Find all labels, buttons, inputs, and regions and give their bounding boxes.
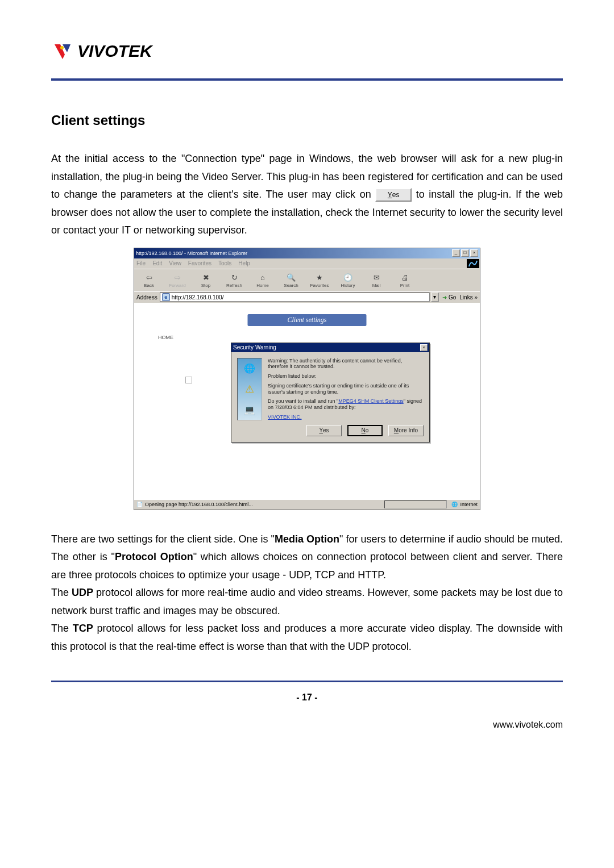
close-icon[interactable]: ×	[470, 249, 478, 257]
back-icon: ⇦	[144, 273, 154, 283]
logo-mark-icon	[51, 40, 74, 62]
dialog-cert: Signing certificate's starting or ending…	[268, 383, 424, 395]
dialog-text: Warning: The authenticity of this conten…	[268, 358, 424, 436]
tcp-bold: TCP	[73, 623, 93, 634]
dialog-install: Do you want to install and run "MPEG4 SH…	[268, 398, 424, 411]
ie-throbber-icon	[467, 259, 479, 268]
search-icon: 🔍	[286, 273, 296, 283]
protocol-option-bold: Protocol Option	[115, 551, 193, 562]
go-button[interactable]: ➜Go	[442, 294, 456, 301]
forward-icon: ⇨	[172, 273, 182, 283]
address-dropdown-icon[interactable]: ▾	[431, 293, 439, 302]
history-button[interactable]: 🕘History	[337, 273, 359, 288]
paragraph-options: There are two settings for the client si…	[51, 531, 563, 585]
favorites-button[interactable]: ★Favorites	[308, 273, 331, 288]
refresh-icon: ↻	[229, 273, 239, 283]
back-button[interactable]: ⇦Back	[138, 273, 160, 288]
dialog-close-icon[interactable]: ×	[420, 344, 428, 351]
dialog-problem: Problem listed below:	[268, 373, 424, 379]
footer-rule	[51, 681, 563, 682]
logo: VIVOTEK	[51, 40, 563, 62]
menu-edit[interactable]: Edit	[152, 260, 162, 266]
go-icon: ➜	[442, 294, 447, 301]
media-option-bold: Media Option	[275, 533, 339, 545]
dialog-graphic: 🌐 ⚠ 💻	[237, 358, 262, 420]
logo-text: VIVOTEK	[77, 41, 152, 61]
mail-icon: ✉	[371, 273, 381, 283]
history-icon: 🕘	[343, 273, 353, 283]
home-button[interactable]: ⌂Home	[251, 273, 274, 288]
menu-file[interactable]: File	[136, 260, 146, 266]
menu-view[interactable]: View	[169, 260, 181, 266]
computer-icon: 💻	[244, 404, 255, 415]
maximize-icon[interactable]: □	[461, 249, 469, 257]
menu-tools[interactable]: Tools	[218, 260, 231, 266]
forward-button: ⇨Forward	[166, 273, 189, 288]
paragraph-udp: The UDP protocol allows for more real-ti…	[51, 584, 563, 620]
dialog-yes-button[interactable]: Yes	[306, 425, 342, 436]
yes-button-rest: es	[392, 189, 400, 201]
intro-paragraph: At the initial access to the "Connection…	[51, 150, 563, 240]
dialog-vendor-link[interactable]: VIVOTEK INC.	[268, 414, 302, 420]
menu-help[interactable]: Help	[238, 260, 250, 266]
dialog-warning: Warning: The authenticity of this conten…	[268, 358, 424, 370]
print-button[interactable]: 🖨Print	[393, 273, 416, 288]
dialog-more-button[interactable]: More Info	[388, 425, 424, 436]
search-button[interactable]: 🔍Search	[280, 273, 302, 288]
minimize-icon[interactable]: _	[452, 249, 460, 257]
dialog-titlebar: Security Warning ×	[231, 343, 429, 352]
ie-viewport: Client settings HOME Security Warning × …	[134, 303, 480, 499]
status-zone: Internet	[460, 502, 478, 507]
ie-titlebar: http://192.168.0.100/ - Microsoft Intern…	[134, 248, 480, 258]
ie-page-icon: e	[162, 293, 170, 301]
warning-icon: ⚠	[245, 383, 254, 395]
refresh-button[interactable]: ↻Refresh	[223, 273, 246, 288]
address-label: Address	[136, 294, 157, 301]
client-settings-banner: Client settings	[248, 314, 367, 326]
security-warning-dialog: Security Warning × 🌐 ⚠ 💻 Warning: The au…	[231, 343, 430, 443]
dialog-no-button[interactable]: No	[347, 425, 383, 436]
menu-favorites[interactable]: Favorites	[188, 260, 211, 266]
stop-button[interactable]: ✖Stop	[194, 273, 217, 288]
status-page-icon: 📄	[136, 502, 143, 507]
print-icon: 🖨	[400, 273, 410, 283]
stop-icon: ✖	[201, 273, 211, 283]
status-text: Opening page http://192.168.0.100/client…	[145, 502, 253, 507]
section-title: Client settings	[51, 112, 563, 128]
ie-screenshot: http://192.168.0.100/ - Microsoft Intern…	[134, 248, 480, 510]
address-input[interactable]: e http://192.168.0.100/	[160, 293, 430, 302]
placeholder-box	[185, 377, 192, 383]
svg-point-0	[60, 46, 64, 49]
favorites-icon: ★	[314, 273, 325, 283]
dialog-title: Security Warning	[233, 344, 276, 350]
udp-bold: UDP	[72, 587, 93, 598]
globe-icon: 🌐	[244, 363, 255, 374]
home-icon: ⌂	[258, 273, 268, 283]
ie-address-bar: Address e http://192.168.0.100/ ▾ ➜Go Li…	[134, 291, 480, 303]
ie-menubar: File Edit View Favorites Tools Help	[134, 258, 480, 269]
links-label[interactable]: Links »	[459, 294, 478, 301]
ie-window-title: http://192.168.0.100/ - Microsoft Intern…	[136, 251, 247, 256]
address-value: http://192.168.0.100/	[172, 294, 224, 301]
status-progress	[384, 500, 447, 508]
yes-button-inline[interactable]: Yes	[375, 188, 412, 202]
header-rule	[51, 78, 563, 81]
ie-status-bar: 📄 Opening page http://192.168.0.100/clie…	[134, 499, 480, 510]
paragraph-tcp: The TCP protocol allows for less packet …	[51, 620, 563, 656]
yes-button-underline: Y	[388, 189, 392, 201]
page-number: - 17 -	[51, 692, 563, 703]
ie-toolbar: ⇦Back ⇨Forward ✖Stop ↻Refresh ⌂Home 🔍Sea…	[134, 269, 480, 291]
footer-url: www.vivotek.com	[51, 720, 563, 730]
home-link[interactable]: HOME	[158, 335, 173, 340]
internet-zone-icon: 🌐	[451, 502, 458, 507]
dialog-install-link[interactable]: MPEG4 SHM Client Settings	[338, 398, 404, 404]
mail-button[interactable]: ✉Mail	[365, 273, 388, 288]
